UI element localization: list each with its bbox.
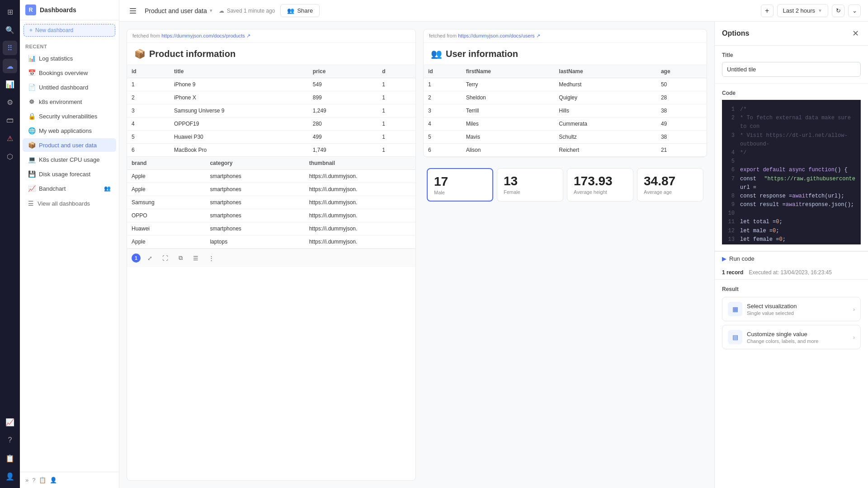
- add-panel-button[interactable]: +: [761, 5, 774, 17]
- bandchart-extra-icon: 👥: [104, 185, 111, 192]
- chevron-right-icon: ›: [853, 334, 855, 341]
- search-icon[interactable]: 🔍: [3, 23, 17, 37]
- more-options-button[interactable]: ⌄: [848, 5, 861, 17]
- sidebar-item-my-web-applications[interactable]: 🌐 My web applications: [23, 124, 116, 137]
- sidebar-bottom-btn-4[interactable]: 👤: [50, 477, 57, 483]
- table-row: OPPOsmartphoneshttps://i.dummyjson.: [127, 209, 415, 222]
- sidebar-item-label: Bandchart: [39, 185, 66, 192]
- sidebar: R Dashboards + New dashboard Recent 📊 Lo…: [20, 0, 119, 488]
- alert-icon[interactable]: ⚠: [3, 131, 17, 145]
- col-thumbnail: thumbnail: [305, 157, 415, 170]
- table-row: 4MilesCummerata49: [424, 117, 707, 131]
- table-row: 6AlisonReichert21: [424, 144, 707, 157]
- product-panel: fetched from https://dummyjson.com/docs/…: [127, 29, 416, 481]
- help-icon[interactable]: ?: [3, 433, 17, 447]
- dashboard-title-text: Product and user data: [145, 7, 207, 14]
- result-item[interactable]: ▤ Customize single value Change colors, …: [722, 325, 861, 349]
- home-icon[interactable]: ⊞: [3, 5, 17, 19]
- toolbar-expand-button[interactable]: ⛶: [159, 252, 171, 264]
- untitled-icon: 📄: [28, 84, 35, 91]
- sidebar-item-product-user-data[interactable]: 📦 Product and user data: [23, 138, 116, 152]
- table-row: 2iPhone X8991: [127, 91, 415, 104]
- table-row: 5MavisSchultz38: [424, 131, 707, 144]
- dashboard-title-dropdown[interactable]: Product and user data ▼: [145, 7, 213, 14]
- stat-value: 13: [504, 174, 557, 188]
- stat-card[interactable]: 13Female: [497, 168, 563, 202]
- result-section: Result ▦ Select visualization Single val…: [715, 280, 868, 359]
- col-brand: brand: [127, 157, 205, 170]
- sidebar-item-disk-usage[interactable]: 💾 Disk usage forecast: [23, 167, 116, 181]
- toolbar-more-button[interactable]: ⋮: [205, 252, 217, 264]
- execution-info: 1 record Executed at: 13/04/2023, 16:23:…: [715, 266, 868, 280]
- report-icon[interactable]: 📋: [3, 451, 17, 465]
- puzzle-icon[interactable]: ⬡: [3, 149, 17, 164]
- result-item-title: Select visualization: [747, 303, 853, 310]
- sidebar-item-bookings-overview[interactable]: 📅 Bookings overview: [23, 66, 116, 80]
- stat-card[interactable]: 17Male: [427, 168, 493, 202]
- user-table-wrapper[interactable]: id firstName lastName age 1TerryMedhurst…: [424, 65, 707, 157]
- product-table-top-wrapper[interactable]: id title price d 1iPhone 954912iPhone X8…: [127, 65, 415, 157]
- table-row: 6MacBook Pro1,7491: [127, 144, 415, 157]
- result-item[interactable]: ▦ Select visualization Single value sele…: [722, 297, 861, 321]
- code-line: 10: [727, 209, 855, 218]
- new-dashboard-label: New dashboard: [35, 27, 73, 33]
- product-icon: 📦: [28, 141, 35, 149]
- user-panel: fetched from https://dummyjson.com/docs/…: [423, 29, 707, 157]
- view-all-dashboards-button[interactable]: ☰ View all dashboards: [23, 197, 116, 210]
- table-row: 2SheldonQuigley28: [424, 91, 707, 104]
- code-line: 9 const result = await response.json();: [727, 201, 855, 209]
- refresh-button[interactable]: ↻: [832, 5, 844, 17]
- user-title-text: User information: [446, 49, 518, 59]
- sidebar-bottom-btn-3[interactable]: 📋: [39, 477, 46, 483]
- settings2-icon[interactable]: ⚙: [3, 95, 17, 109]
- sidebar-item-label: Log statistics: [39, 55, 73, 62]
- sidebar-bottom-btn-1[interactable]: »: [25, 477, 28, 483]
- options-close-button[interactable]: ✕: [850, 28, 861, 39]
- sidebar-item-log-statistics[interactable]: 📊 Log statistics: [23, 52, 116, 65]
- code-editor[interactable]: 1/*2 * To fetch external data make sure …: [722, 100, 861, 244]
- table-row: 1iPhone 95491: [127, 78, 415, 91]
- panel-toggle-button[interactable]: [127, 5, 139, 17]
- table-row: Applesmartphoneshttps://i.dummyjson.: [127, 170, 415, 183]
- toolbar-list-button[interactable]: ☰: [189, 252, 202, 264]
- user-source-label: fetched from https://dummyjson.com/docs/…: [424, 29, 707, 43]
- panel-toolbar: 1 ⤢ ⛶ ⧉ ☰ ⋮: [127, 249, 415, 267]
- options-title: Options: [722, 29, 749, 38]
- user-source-url[interactable]: https://dummyjson.com/docs/users ↗: [458, 33, 540, 38]
- sidebar-item-k8s-environment[interactable]: ☸ k8s environment: [23, 95, 116, 108]
- title-input[interactable]: [722, 62, 861, 77]
- dropdown-chevron-icon: ▼: [209, 8, 213, 13]
- toolbar-copy-button[interactable]: ⧉: [174, 252, 187, 264]
- code-line: 5: [727, 157, 855, 166]
- product-table-bottom-wrapper[interactable]: brand category thumbnail Applesmartphone…: [127, 157, 415, 249]
- database-icon[interactable]: 🗃: [3, 113, 17, 127]
- result-item-icon: ▦: [728, 302, 742, 316]
- col-d: d: [377, 65, 415, 78]
- apps-icon[interactable]: ⠿: [3, 41, 17, 55]
- toolbar-move-button[interactable]: ⤢: [143, 252, 156, 264]
- share-button[interactable]: 👥 Share: [280, 4, 320, 17]
- code-line: 6export default async function () {: [727, 166, 855, 174]
- sidebar-item-label: Bookings overview: [39, 70, 88, 76]
- result-item-subtitle: Single value selected: [747, 310, 853, 316]
- product-source-url[interactable]: https://dummyjson.com/docs/products ↗: [161, 33, 250, 38]
- user-icon[interactable]: 👤: [3, 469, 17, 483]
- cloud-icon[interactable]: ☁: [3, 59, 17, 73]
- stat-card[interactable]: 173.93Average height: [567, 168, 633, 202]
- new-dashboard-button[interactable]: + New dashboard: [24, 24, 115, 37]
- stat-value: 173.93: [574, 174, 627, 188]
- toolbar-badge: 1: [132, 253, 141, 263]
- time-chevron-icon: ▼: [818, 8, 822, 13]
- table-row: 1TerryMedhurst50: [424, 78, 707, 91]
- analytics-icon[interactable]: 📈: [3, 415, 17, 429]
- title-section: Title: [715, 46, 868, 84]
- sidebar-bottom-btn-2[interactable]: ?: [32, 477, 35, 483]
- run-code-button[interactable]: ▶ Run code: [715, 251, 868, 266]
- sidebar-item-security-vulnerabilities[interactable]: 🔒 Security vulnerabilities: [23, 109, 116, 123]
- stat-card[interactable]: 34.87Average age: [637, 168, 703, 202]
- sidebar-item-bandchart[interactable]: 📈 Bandchart 👥: [23, 182, 116, 195]
- sidebar-item-untitled-dashboard[interactable]: 📄 Untitled dashboard: [23, 80, 116, 94]
- sidebar-item-k8s-cluster[interactable]: 💻 K8s cluster CPU usage: [23, 153, 116, 166]
- time-range-selector[interactable]: Last 2 hours ▼: [777, 4, 828, 17]
- chart-icon[interactable]: 📊: [3, 77, 17, 91]
